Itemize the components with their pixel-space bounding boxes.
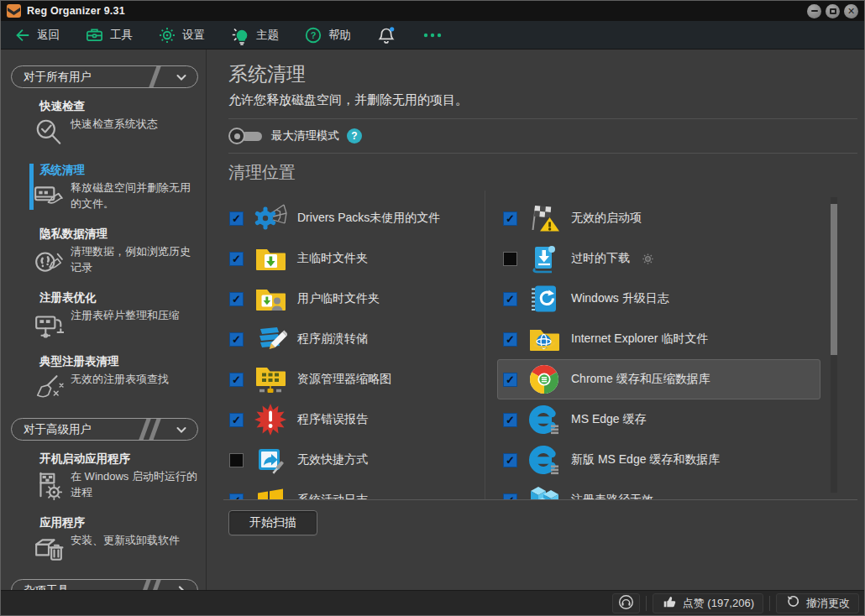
headset-icon [618,594,634,613]
checkbox-checked[interactable]: ✓ [503,453,517,467]
checkbox-checked[interactable]: ✓ [503,292,517,306]
cleanup-item-label: 程序崩溃转储 [297,331,368,347]
cleanup-item-row[interactable]: ✓ 资源管理器缩略图 [223,359,485,399]
edge-icon [527,403,561,436]
max-cleanup-toggle-label: 最大清理模式 [271,128,339,144]
sidebar-item-系统清理[interactable]: 系统清理 释放磁盘空间并删除无用的文件。 [1,163,206,212]
lightbulb-icon [230,25,250,45]
cleanup-item-row[interactable]: ✓ MS Edge 缓存 [497,399,820,440]
sidebar-item-隐私数据清理[interactable]: 隐私数据清理 清理数据，例如浏览历史记录 [1,227,206,276]
cleanup-item-row[interactable]: ✓ 用户临时文件夹 [223,279,485,319]
help-bubble-icon[interactable]: ? [347,128,362,144]
sidebar-group-header-杂项工具[interactable]: 杂项工具 [11,579,198,590]
chevron-down-icon [175,423,188,436]
box-trash-icon [33,533,65,565]
cleanup-item-label: 用户临时文件夹 [297,291,380,306]
checkbox-unchecked[interactable] [229,453,244,467]
flag-warning-icon [527,201,561,235]
scrollbar-thumb[interactable] [831,204,837,355]
svg-text:?: ? [311,30,317,40]
cleanup-item-label: MS Edge 缓存 [571,412,646,427]
cleanup-item-label: Chrome 缓存和压缩数据库 [571,372,710,387]
cleanup-item-row[interactable]: 无效快捷方式 [223,440,485,480]
cleanup-item-label: 无效的启动项 [571,211,642,226]
cleanup-item-row[interactable]: 过时的下载 [497,238,820,279]
cleanup-item-row[interactable]: ✓ Internet Explorer 临时文件 [497,319,820,359]
question-circle-icon: ? [304,26,322,44]
edge-icon [527,443,561,477]
cleanup-item-row[interactable]: ✓ 程序崩溃转储 [223,319,485,359]
checkbox-checked[interactable]: ✓ [229,413,244,427]
update-log-icon [527,282,561,316]
cleanup-item-row[interactable]: ✓ 主临时文件夹 [223,238,485,279]
folder-thumbnails-icon [254,363,287,396]
window-title: Reg Organizer 9.31 [27,5,125,17]
sidebar-item-典型注册表清理[interactable]: 典型注册表清理 无效的注册表项查找 [1,354,206,404]
page-title: 系统清理 [228,61,857,87]
back-button[interactable]: 返回 [13,26,60,44]
dump-pencil-icon [254,322,287,356]
checkbox-checked[interactable]: ✓ [503,493,517,501]
checkbox-checked[interactable]: ✓ [229,493,244,501]
cleanup-item-label: Drivers Packs未使用的文件 [297,211,440,226]
scrollbar[interactable] [831,197,837,493]
cleanup-column-right: ✓ 无效的启动项 过时的下载 ✓ Windows 升级日志 ✓ Internet… [485,191,857,499]
tools-button[interactable]: 工具 [85,25,133,44]
cleanup-item-row[interactable]: ✓ 新版 MS Edge 缓存和数据库 [497,440,820,480]
checkbox-checked[interactable]: ✓ [229,292,244,306]
cleanup-item-label: 资源管理器缩略图 [297,372,391,387]
error-burst-icon [254,403,287,436]
minimize-button[interactable] [807,4,821,18]
sidebar-item-快速检查[interactable]: 快速检查 快速检查系统状态 [1,99,206,149]
checkbox-checked[interactable]: ✓ [229,252,244,266]
checkbox-checked[interactable]: ✓ [503,211,517,226]
cleanup-item-row[interactable]: ✓ Drivers Packs未使用的文件 [223,198,485,238]
ellipsis-icon [422,26,443,44]
checkbox-checked[interactable]: ✓ [229,332,244,347]
cleanup-item-row[interactable]: ✓ 系统活动日志 [223,480,485,500]
cleanup-item-row[interactable]: ✓ 注册表路径无效 [497,480,820,500]
undo-changes-button[interactable]: 撤消更改 [776,593,859,613]
notifications-button[interactable] [376,25,396,45]
more-button[interactable] [422,26,443,44]
checkbox-checked[interactable]: ✓ [503,413,517,427]
checkbox-checked[interactable]: ✓ [503,373,517,387]
max-cleanup-toggle[interactable] [228,128,264,144]
cleanup-item-row[interactable]: ✓ 程序错误报告 [223,399,485,440]
cleanup-item-row[interactable]: ✓ Windows 升级日志 [497,279,820,319]
sidebar-group-header-对于所有用户[interactable]: 对于所有用户 [11,65,198,88]
start-scan-button[interactable]: 开始扫描 [228,510,317,535]
cleanup-item-label: 程序错误报告 [297,412,368,427]
cleanup-item-row[interactable]: ✓ 无效的启动项 [497,198,820,238]
sidebar-item-注册表优化[interactable]: 注册表优化 注册表碎片整理和压缩 [1,290,206,340]
toolbox-icon [85,25,104,44]
close-button[interactable]: ✕ [844,4,858,18]
checkbox-checked[interactable]: ✓ [503,332,517,347]
download-scroll-icon [527,242,561,275]
cleanup-item-label: 系统活动日志 [297,493,368,500]
cleanup-item-row[interactable]: ✓ Chrome 缓存和压缩数据库 [497,359,820,399]
theme-button[interactable]: 主题 [230,25,279,45]
toolbar: 返回 工具 设置 主题 ? 帮助 [1,21,864,50]
sidebar-group-header-对于高级用户[interactable]: 对于高级用户 [11,418,198,441]
support-button[interactable] [612,593,640,613]
flag-gear-icon [33,469,65,501]
main-panel: 系统清理 允许您释放磁盘空间，并删除无用的项目。 最大清理模式 ? 清理位置 ✓… [207,50,864,590]
checkbox-checked[interactable]: ✓ [229,211,244,226]
maximize-button[interactable] [826,4,840,18]
item-settings-gear-icon[interactable] [642,253,654,265]
settings-button[interactable]: 设置 [158,26,205,44]
help-button[interactable]: ? 帮助 [304,26,351,44]
sidebar-item-应用程序[interactable]: 应用程序 安装、更新或卸载软件 [1,515,206,565]
checkbox-checked[interactable]: ✓ [229,373,244,387]
cleanup-item-label: Internet Explorer 临时文件 [571,331,708,347]
like-button[interactable]: 点赞 (197,206) [653,593,763,613]
chevron-right-icon [175,584,188,591]
app-window: Reg Organizer 9.31 ✕ 返回 工具 设置 主题 ? 帮助 [0,0,865,616]
chevron-down-icon [175,70,188,84]
checkbox-unchecked[interactable] [503,252,517,266]
registry-compress-icon [33,308,65,340]
sidebar-item-开机启动应用程序[interactable]: 开机启动应用程序 在 Windows 启动时运行的进程 [1,452,206,501]
gear-icon [158,26,176,44]
sidebar: 对于所有用户 快速检查 快速检查系统状态 系统清理 释放磁盘空间并删除无用的文件… [1,50,207,590]
